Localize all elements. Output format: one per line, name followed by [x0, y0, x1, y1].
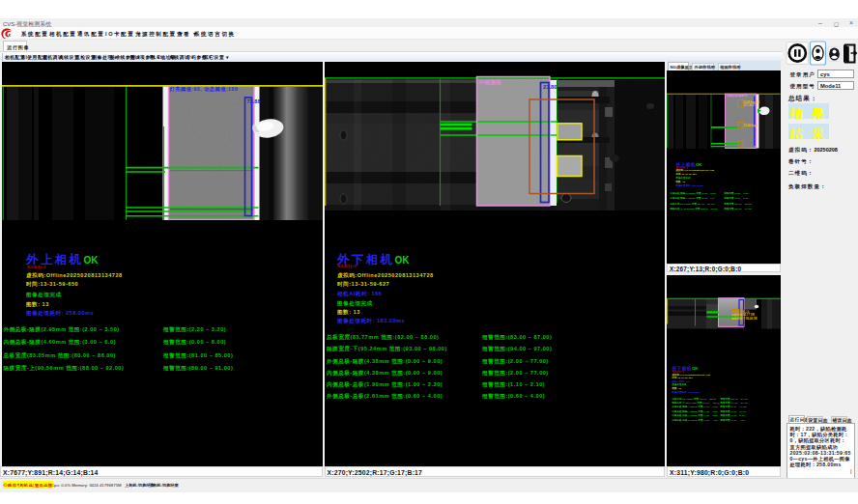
svg-text:成像区域 检测OK: 成像区域 检测OK	[726, 94, 748, 98]
svg-text:53.48 Avg:1: 53.48 Avg:1	[744, 124, 758, 127]
svg-text:23.1 44.2 1: 23.1 44.2 1	[744, 103, 758, 107]
svg-text:灯亮阈值:93, 动态阈值:100: 灯亮阈值:93, 动态阈值:100	[169, 86, 239, 93]
svg-text:73.88: 73.88	[247, 98, 261, 104]
svg-text:AI检测框: AI检测框	[478, 79, 501, 86]
svg-text:隔膜宽度-下95.24 OK: 隔膜宽度-下95.24 OK	[731, 317, 758, 321]
svg-text:23.80: 23.80	[543, 84, 558, 90]
